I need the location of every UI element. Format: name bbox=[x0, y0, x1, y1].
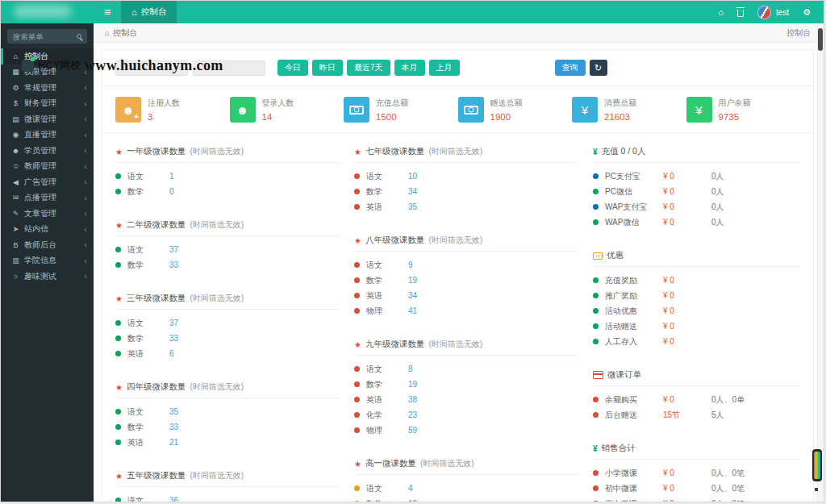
finance-amount: ¥ 0 bbox=[663, 218, 711, 227]
sidebar-item-vod[interactable]: ✉点播管理‹ bbox=[1, 190, 94, 206]
star-icon: ★ bbox=[354, 340, 361, 349]
sidebar-item-permissions[interactable]: ▦权限管理‹ bbox=[1, 65, 94, 81]
section-title: 充值 0 / 0人 bbox=[602, 146, 646, 157]
sidebar-item-label: 学员管理 bbox=[24, 145, 56, 156]
quick-range-button-0[interactable]: 今日 bbox=[277, 60, 308, 76]
home-button[interactable]: ⌂ bbox=[718, 7, 724, 17]
section-title: 九年级微课数量 bbox=[365, 339, 425, 350]
course-row: 数学34 bbox=[354, 184, 578, 199]
sidebar-item-finance[interactable]: $财务管理‹ bbox=[1, 96, 94, 112]
sidebar-item-students[interactable]: ☻学员管理‹ bbox=[1, 143, 94, 159]
user-menu[interactable]: test bbox=[757, 6, 789, 19]
stat-value: 1500 bbox=[376, 112, 408, 122]
sidebar-item-school-info[interactable]: ▥学院信息‹ bbox=[1, 253, 94, 269]
dot-icon bbox=[593, 308, 599, 314]
sidebar-item-teacher-backend[interactable]: B教师后台‹ bbox=[1, 237, 94, 253]
clear-cache-button[interactable] bbox=[737, 8, 744, 17]
banknote-icon bbox=[458, 97, 484, 123]
chevron-left-icon: ‹ bbox=[84, 68, 87, 77]
sidebar-item-articles[interactable]: ✎文章管理‹ bbox=[1, 206, 94, 222]
sidebar-item-teachers[interactable]: ☺教师管理‹ bbox=[1, 159, 94, 175]
breadcrumb-page-title: 控制台 bbox=[786, 27, 811, 39]
banknote-icon bbox=[349, 106, 364, 115]
menu-search-input[interactable] bbox=[13, 32, 77, 41]
sidebar-item-dashboard[interactable]: ⌂控制台 bbox=[1, 48, 94, 65]
breadcrumb: ⌂ 控制台 控制台 bbox=[94, 23, 824, 43]
scrollbar-thumb[interactable] bbox=[818, 28, 823, 51]
section-note: (时间筛选无效) bbox=[428, 146, 482, 157]
sidebar-item-live[interactable]: ◉直播管理‹ bbox=[1, 127, 94, 144]
finance-amount: ¥ 0 bbox=[663, 469, 711, 477]
star-icon: ★ bbox=[115, 148, 123, 156]
course-subject: 数学 bbox=[127, 260, 169, 271]
query-button[interactable]: 查询 bbox=[555, 60, 586, 76]
finance-label: PC支付宝 bbox=[605, 171, 663, 182]
sidebar-item-quiz[interactable]: ○趣味测试‹ bbox=[1, 269, 94, 285]
course-row: 数学19 bbox=[354, 377, 578, 392]
course-subject: 语文 bbox=[366, 171, 408, 182]
course-row: 物理41 bbox=[354, 303, 578, 319]
refresh-button[interactable]: ↻ bbox=[590, 60, 607, 76]
course-count: 34 bbox=[408, 291, 417, 300]
sidebar-item-ads[interactable]: ◀广告管理‹ bbox=[1, 174, 94, 190]
dot-icon bbox=[354, 293, 360, 298]
course-row: 数学19 bbox=[354, 273, 578, 288]
sidebar-item-label: 趣味测试 bbox=[24, 271, 56, 282]
quick-range-button-3[interactable]: 本月 bbox=[394, 60, 425, 76]
start-date-input[interactable] bbox=[115, 60, 188, 76]
stat-label: 登录人数 bbox=[262, 98, 294, 109]
sidebar-item-general[interactable]: ⚙常规管理‹ bbox=[1, 80, 94, 96]
course-subject: 数学 bbox=[127, 186, 169, 198]
end-date-input[interactable] bbox=[193, 60, 265, 76]
course-count: 0 bbox=[169, 187, 174, 196]
finance-amount: ¥ 0 bbox=[663, 395, 711, 404]
stat-value: 21603 bbox=[604, 112, 636, 122]
finance-amount: ¥ 0 bbox=[663, 499, 711, 502]
dot-icon bbox=[115, 173, 121, 179]
topbar-actions: ⌂ test ⚙ bbox=[718, 1, 824, 23]
finance-row: 推广奖励¥ 0 bbox=[593, 288, 800, 303]
course-count: 4 bbox=[408, 484, 413, 493]
quick-range-button-1[interactable]: 昨日 bbox=[312, 60, 343, 76]
article-icon: ✎ bbox=[10, 210, 21, 218]
tab-dashboard[interactable]: ⌂ 控制台 bbox=[121, 1, 177, 23]
star-icon: ★ bbox=[115, 221, 123, 230]
chevron-left-icon: ‹ bbox=[84, 240, 87, 249]
course-count: 19 bbox=[408, 380, 417, 389]
gears-icon: ⚙ bbox=[803, 7, 811, 18]
sidebar-toggle-button[interactable]: ≡ bbox=[94, 1, 121, 23]
search-icon[interactable] bbox=[77, 34, 81, 39]
stat-card-consumption-total: ¥消费总额21603 bbox=[572, 97, 686, 123]
course-subject: 数学 bbox=[127, 422, 169, 433]
quick-range-button-4[interactable]: 上月 bbox=[429, 60, 460, 76]
course-row: 语文8 bbox=[354, 361, 578, 377]
finance-label: WAP支付宝 bbox=[605, 202, 663, 213]
dot-icon bbox=[593, 277, 599, 283]
course-subject: 语文 bbox=[127, 406, 169, 418]
star-icon: ★ bbox=[115, 472, 123, 481]
settings-button[interactable]: ⚙ bbox=[803, 7, 811, 18]
chevron-left-icon: ‹ bbox=[84, 272, 87, 281]
chevron-left-icon: ‹ bbox=[84, 162, 87, 171]
sidebar-item-label: 文章管理 bbox=[24, 208, 56, 219]
course-subject: 语文 bbox=[127, 171, 169, 182]
stat-label: 注册人数 bbox=[148, 98, 180, 109]
course-row: 语文35 bbox=[115, 404, 340, 419]
sidebar-item-microcourse[interactable]: ▤微课管理‹ bbox=[1, 111, 94, 127]
users-icon: ☻ bbox=[10, 147, 21, 155]
floating-widget[interactable] bbox=[812, 449, 822, 481]
section-title: 一年级微课数量 bbox=[127, 146, 186, 157]
dot-icon bbox=[354, 204, 360, 210]
quick-range-button-2[interactable]: 最近7天 bbox=[347, 60, 390, 76]
dot-icon bbox=[593, 219, 599, 225]
finance-column: ¥充值 0 / 0人PC支付宝¥ 00人PC微信¥ 00人WAP支付宝¥ 00人… bbox=[593, 146, 800, 502]
finance-extra: 0人 bbox=[711, 186, 724, 198]
stats-row: ☻注册人数3☻登录人数14充值总额1500赠送总额1900¥消费总额21603¥… bbox=[115, 97, 800, 123]
section-header: ★高一微课数量(时间筛选无效) bbox=[354, 458, 578, 475]
dot-icon bbox=[354, 501, 360, 502]
section-header: ★七年级微课数量(时间筛选无效) bbox=[354, 146, 578, 163]
quick-range-buttons: 今日昨日最近7天本月上月 bbox=[277, 60, 460, 76]
stat-value: 14 bbox=[262, 112, 294, 122]
floating-dot bbox=[815, 488, 818, 491]
sidebar-item-messages[interactable]: ➤站内信‹ bbox=[1, 222, 94, 238]
